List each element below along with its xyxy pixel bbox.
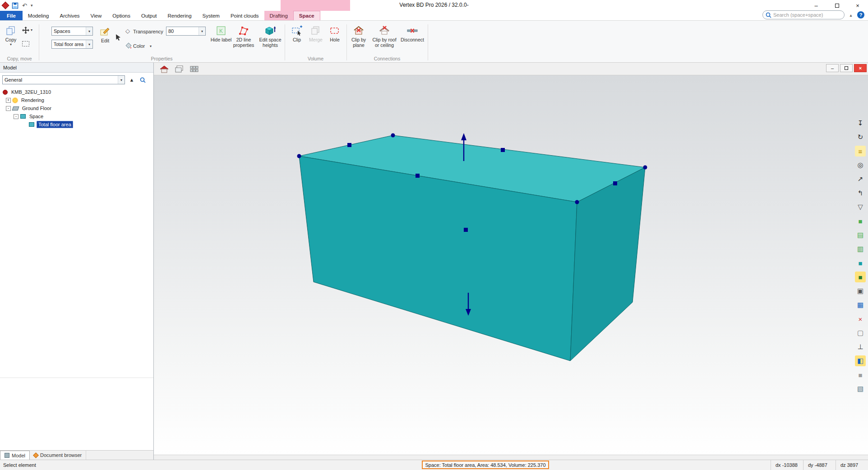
tree-search-button[interactable] [139, 76, 147, 84]
tab-archives[interactable]: Archives [54, 11, 85, 20]
grid-icon [189, 65, 199, 73]
wall-view-icon[interactable]: ▤ [855, 230, 866, 240]
merge-icon [310, 24, 321, 37]
viewport-restore-button[interactable] [840, 64, 853, 72]
tab-view[interactable]: View [85, 11, 107, 20]
tab-options[interactable]: Options [107, 11, 136, 20]
2d-line-properties-label: 2D line properties [232, 37, 255, 48]
tree-item-model-root[interactable]: KMB_32EU_1310 [0, 88, 153, 96]
floor-view-icon[interactable]: ▥ [855, 244, 866, 254]
tab-drafting[interactable]: Drafting [264, 11, 293, 20]
qat-customize-chevron-icon[interactable]: ▾ [31, 1, 33, 9]
shaded-view-icon[interactable]: ■ [855, 216, 866, 226]
expander-icon[interactable]: - [6, 106, 11, 111]
solid-box-icon[interactable]: ◧ [855, 355, 866, 366]
color-options-chevron-icon[interactable]: ▾ [150, 44, 152, 48]
tab-point-clouds[interactable]: Point clouds [225, 11, 264, 20]
cascade-icon [175, 65, 184, 73]
tab-system[interactable]: System [197, 11, 225, 20]
viewport-header: – × [154, 63, 868, 75]
chevron-down-icon: ▾ [86, 27, 92, 35]
copy-view-icon[interactable]: ▣ [855, 286, 866, 296]
transparency-label: Transparency [133, 29, 163, 34]
ghost-box-icon[interactable]: ■ [855, 369, 866, 380]
help-button[interactable]: ? [857, 11, 864, 18]
space-icon [29, 122, 34, 127]
space-3d-object[interactable] [154, 75, 868, 455]
model-tab-icon [5, 453, 9, 458]
tile-windows-button[interactable] [188, 64, 200, 74]
edit-space-heights-button[interactable]: Edit space heights [258, 24, 282, 48]
edit-button[interactable]: Edit [97, 25, 114, 43]
clip-button[interactable]: Clip [287, 24, 306, 42]
selection-frame-button[interactable] [22, 41, 30, 47]
hole-button[interactable]: Hole [325, 24, 344, 42]
space-category-select[interactable]: Spaces ▾ [51, 27, 93, 36]
tab-output[interactable]: Output [136, 11, 162, 20]
model-window-button[interactable] [158, 64, 170, 74]
tree-filter-select[interactable]: General ▾ [2, 75, 125, 84]
cascade-windows-button[interactable] [173, 64, 185, 74]
selection-info: Space: Total floor area, Area: 48.534, V… [422, 461, 549, 469]
ribbon-collapse-button[interactable]: ▴ [847, 11, 854, 18]
move-options-chevron-icon[interactable]: ▾ [31, 28, 32, 32]
pick-properties-button[interactable] [115, 33, 122, 41]
status-dy: dy -4887 [803, 460, 836, 470]
pin-icon[interactable]: ↧ [855, 118, 866, 129]
delete-icon[interactable]: × [855, 313, 866, 324]
panel-tab-model[interactable]: Model [0, 451, 30, 460]
tree-item-rendering[interactable]: + Rendering [0, 96, 153, 104]
clip-by-roof-button[interactable]: Clip by roof or ceiling [370, 24, 399, 48]
hidden-lines-icon[interactable]: ▢ [855, 327, 866, 338]
viewport-close-button[interactable]: × [854, 64, 867, 72]
tab-rendering[interactable]: Rendering [162, 11, 197, 20]
tree-item-ground-floor[interactable]: - Ground Floor [0, 104, 153, 112]
undo-button[interactable]: ↶ [22, 1, 27, 9]
rotate-view-icon[interactable]: ↻ [855, 132, 866, 143]
tree-item-total-floor-area[interactable]: Total floor area [0, 120, 153, 129]
view-levels-icon[interactable]: ≡ [855, 146, 866, 157]
search-icon [766, 12, 771, 18]
zoom-icon[interactable]: ◎ [855, 160, 866, 170]
space-type-select[interactable]: Total floor area ▾ [51, 40, 93, 49]
axis-icon[interactable]: ⊥ [855, 341, 866, 352]
export-space-icon[interactable]: ■ [855, 272, 866, 282]
expander-icon[interactable]: + [6, 98, 11, 103]
document-browser-icon [33, 452, 39, 458]
clip-by-plane-button[interactable]: Clip by plane [346, 24, 371, 48]
hole-icon [329, 24, 341, 37]
disconnect-button[interactable]: Disconnect [400, 24, 425, 42]
hole-label: Hole [330, 37, 340, 42]
previous-view-icon[interactable]: ↰ [855, 188, 866, 198]
filter-icon[interactable]: ▽ [855, 202, 866, 212]
collapse-all-button[interactable]: ▲ [128, 76, 136, 84]
copy-button[interactable]: Copy ▾ [2, 24, 20, 46]
drawing-canvas[interactable]: ↧↻≡◎↗↰▽■▤▥■■▣▦×▢⊥◧■▧ [154, 75, 868, 455]
transparency-select[interactable]: 80 ▾ [166, 27, 206, 36]
group-label-connections: Connections [346, 56, 428, 61]
search-box[interactable] [762, 10, 845, 19]
panel-tab-document-browser[interactable]: Document browser [30, 451, 86, 460]
hide-label-button[interactable]: K Hide label [210, 24, 232, 42]
model-tree: KMB_32EU_1310 + Rendering - Ground Floor… [0, 87, 153, 378]
tab-file[interactable]: File [0, 11, 23, 20]
tab-modeling[interactable]: Modeling [23, 11, 55, 20]
layers-icon[interactable]: ▦ [855, 300, 866, 310]
drawing-viewport: – × [154, 63, 868, 455]
space-icon [20, 114, 26, 119]
tab-space[interactable]: Space [293, 11, 320, 20]
search-input[interactable] [773, 12, 841, 18]
viewport-minimize-button[interactable]: – [826, 64, 839, 72]
tree-item-space[interactable]: - Space [0, 112, 153, 120]
move-button[interactable] [22, 26, 30, 34]
space-view-icon[interactable]: ■ [855, 258, 866, 268]
save-button[interactable] [12, 1, 18, 9]
section-box-icon[interactable]: ▧ [855, 383, 866, 394]
window-maximize-button[interactable] [826, 0, 847, 11]
expander-icon[interactable]: - [14, 114, 18, 119]
window-close-button[interactable]: × [847, 0, 868, 11]
pan-arrow-icon[interactable]: ↗ [855, 174, 866, 184]
2d-line-properties-button[interactable]: 2D line properties [232, 24, 255, 48]
group-label-properties: Properties [39, 56, 285, 61]
window-minimize-button[interactable]: – [806, 0, 826, 11]
